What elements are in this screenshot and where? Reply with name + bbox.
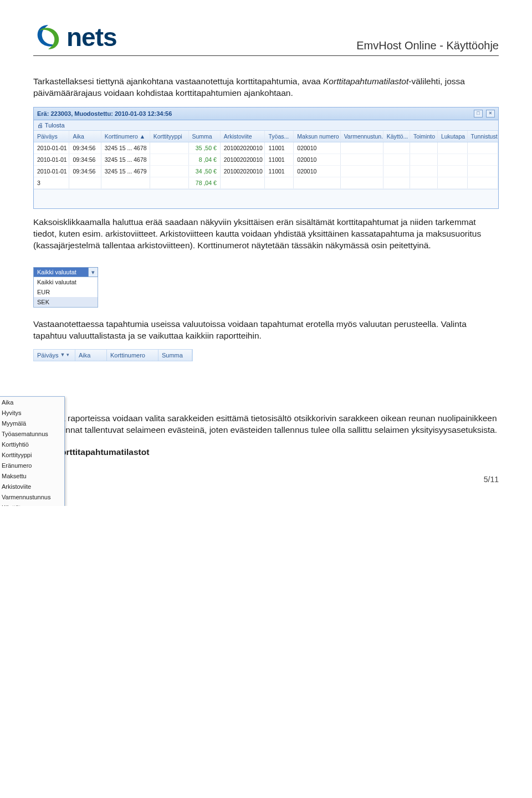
col-summa[interactable]: Summa [189,131,221,142]
col-toiminto[interactable]: Toiminto [410,131,438,142]
table-row[interactable]: 2010-01-0109:34:563245 15 ... 46788 ,04 … [34,154,498,166]
print-button[interactable]: 🖨 Tulosta [37,122,65,129]
print-label: Tulosta [45,122,65,129]
column-menu-screenshot: Päiväys ▼ ▾ Aika Korttinumero Summa A↓ J… [33,349,244,405]
col-summa-small[interactable]: Summa [158,350,192,361]
page-header: nets EmvHost Online - Käyttöohje [33,22,499,56]
column-toggle-item[interactable]: Käyttötapa [0,502,64,506]
logo-swirl-icon [33,22,63,52]
currency-option[interactable]: Kaikki valuutat [34,277,98,287]
column-toggle-item[interactable]: Varmennustunnus [0,492,64,502]
table-row[interactable]: 2010-01-0109:34:563245 15 ... 467835 ,50… [34,142,498,154]
column-toggle-label: Myymälä [2,420,26,427]
para1-italic: Korttitapahtumatilastot [323,76,408,86]
currency-option[interactable]: EUR [34,287,98,297]
column-toggle-label: Maksettu [2,473,27,479]
col-kayttotapa[interactable]: Käyttö... [383,131,410,142]
maximize-icon[interactable]: □ [474,110,483,117]
grid-header: Päiväys Aika Korttinumero ▲ Korttityyppi… [34,131,498,142]
paragraph-3: Vastaanotettaessa tapahtumia useissa val… [33,319,499,342]
close-icon[interactable]: × [486,110,495,117]
currency-option[interactable]: SEK [34,297,98,307]
currency-dropdown[interactable]: Kaikki valuutat ▾ Kaikki valuutat EUR SE… [33,267,98,308]
para1-a: Tarkastellaksesi tiettynä ajankohtana va… [33,76,323,86]
column-toggle-item[interactable]: ✓Aika [0,397,64,407]
currency-selected: Kaikki valuutat [34,268,88,277]
paragraph-1: Tarkastellaksesi tiettynä ajankohtana va… [33,76,499,99]
col-lukutapa[interactable]: Lukutapa [438,131,468,142]
grid-totals-row: 3 78 ,04 € [34,177,498,189]
column-toggle-item[interactable]: Työasematunnus [0,428,64,439]
table-row[interactable]: 2010-01-0109:34:563245 15 ... 467934 ,50… [34,166,498,177]
paragraph-4: Kaikissa raporteissa voidaan valita sara… [33,413,499,436]
section-heading: 3.3 Korttitapahtumatilastot [33,447,499,457]
panel-title-text: Erä: 223003, Muodostettu: 2010-01-03 12:… [37,110,172,117]
panel-titlebar: Erä: 223003, Muodostettu: 2010-01-03 12:… [34,108,498,120]
print-icon: 🖨 [37,122,43,129]
col-varmennustunnus[interactable]: Varmennustun... [341,131,383,142]
batch-panel: Erä: 223003, Muodostettu: 2010-01-03 12:… [33,107,499,209]
column-toggle-item[interactable]: Myymälä [0,418,64,428]
col-tyoasema[interactable]: Työas... [265,131,294,142]
paragraph-2: Kaksoisklikkaamalla haluttua erää saadaa… [33,217,499,252]
col-paivays-small[interactable]: Päiväys ▼ ▾ [34,350,75,361]
column-toggle-item[interactable]: ✓Arkistoviite [0,481,64,492]
total-sum: 78 ,04 € [189,177,221,188]
column-toggle-item[interactable]: Korttityyppi [0,449,64,460]
col-tunnistustapa[interactable]: Tunnistust... [468,131,498,142]
panel-toolbar: 🖨 Tulosta [34,120,498,131]
column-toggle-item[interactable]: Maksettu [0,470,64,481]
menu-trigger-icon[interactable]: ▾ [66,352,69,359]
columns-submenu: ✓AikaHyvitysMyymäläTyöasematunnus✓Kortti… [0,396,65,506]
col-arkistoviite[interactable]: Arkistoviite [221,131,265,142]
page-number: 5/11 [33,475,499,484]
currency-option-list: Kaikki valuutat EUR SEK [33,277,98,308]
column-toggle-item[interactable]: ✓Korttiyhtiö [0,439,64,449]
document-title: EmvHost Online - Käyttöohje [356,39,499,52]
col-korttityyppi[interactable]: Korttityyppi [150,131,189,142]
column-toggle-label: Työasematunnus [2,431,48,437]
sort-desc-icon: ▼ [60,352,65,359]
grid-header-small: Päiväys ▼ ▾ Aika Korttinumero Summa [33,349,193,361]
chevron-down-icon[interactable]: ▾ [88,268,98,277]
column-toggle-label: Korttityyppi [2,452,32,458]
col-aika-small[interactable]: Aika [75,350,107,361]
column-toggle-label: Hyvitys [2,410,21,416]
column-toggle-label: Arkistoviite [2,483,31,490]
col-korttinumero-small[interactable]: Korttinumero [107,350,158,361]
logo: nets [33,22,117,52]
col-aika[interactable]: Aika [69,131,101,142]
col-korttinumero[interactable]: Korttinumero ▲ [101,131,150,142]
column-toggle-label: Korttiyhtiö [2,441,29,448]
section-title: Korttitapahtumatilastot [55,447,150,457]
column-toggle-label: Käyttötapa [2,504,31,506]
col-maksunumero[interactable]: Maksun numero [294,131,340,142]
column-toggle-item[interactable]: Hyvitys [0,407,64,418]
column-toggle-label: Aika [2,399,13,406]
total-count: 3 [34,177,69,188]
grid-footer [34,189,498,208]
column-toggle-item[interactable]: Eränumero [0,460,64,470]
column-toggle-label: Eränumero [2,462,32,469]
column-toggle-label: Varmennustunnus [2,494,50,500]
transactions-grid: Päiväys Aika Korttinumero ▲ Korttityyppi… [34,131,498,189]
logo-text: nets [66,22,117,52]
col-paivays[interactable]: Päiväys [34,131,69,142]
